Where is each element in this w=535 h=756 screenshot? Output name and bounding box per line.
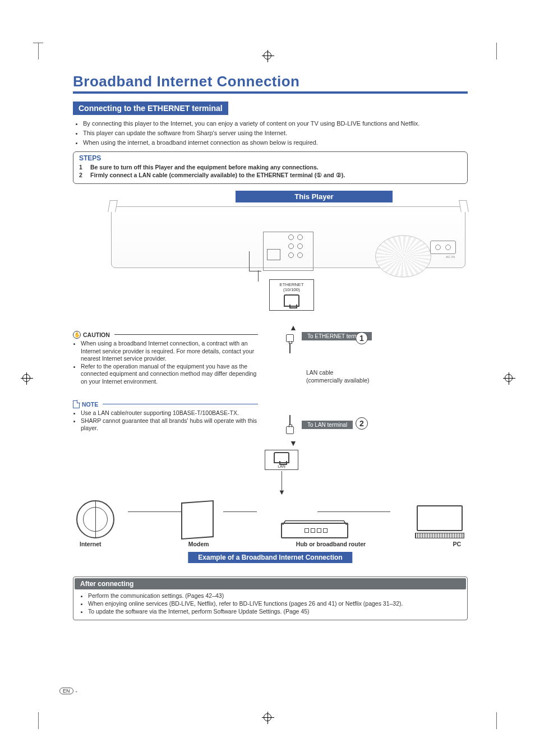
ac-inlet-icon	[430, 241, 456, 254]
modem-label: Modem	[188, 541, 209, 547]
modem-icon	[181, 500, 214, 540]
internet-node	[76, 500, 114, 538]
intro-item: This player can update the software from…	[83, 129, 468, 137]
heading-rule	[114, 334, 258, 335]
step-number: 1	[79, 163, 85, 171]
note-heading: NOTE	[73, 400, 258, 408]
arrow-down-icon: ▼	[289, 439, 297, 448]
note-item: Use a LAN cable/router supporting 10BASE…	[81, 409, 258, 417]
router-node	[281, 523, 348, 538]
to-lan-label: To LAN terminal	[302, 421, 353, 429]
lan-port-icon	[274, 452, 289, 463]
router-icon	[281, 523, 348, 538]
connector-line	[282, 471, 282, 490]
step-circle-1: 1	[356, 332, 368, 344]
caution-block: ✋ CAUTION When using a broadband Interne…	[73, 331, 258, 386]
page-title: Broadband Internet Connection	[73, 73, 468, 90]
lan-plug-bottom-icon	[283, 415, 297, 434]
this-player-label: This Player	[236, 191, 393, 202]
lan-cable-text: LAN cable	[306, 369, 370, 377]
ethernet-callout-label1: ETHERNET	[273, 282, 310, 287]
crop-mark	[480, 43, 497, 59]
ethernet-callout: ETHERNET (10/100)	[269, 279, 314, 311]
footer-dash: -	[76, 688, 77, 694]
caution-heading: ✋ CAUTION	[73, 331, 258, 339]
callout-line	[249, 251, 261, 271]
modem-node	[181, 501, 214, 538]
steps-title: STEPS	[79, 154, 462, 162]
note-title: NOTE	[82, 401, 98, 408]
steps-list: 1 Be sure to turn off this Player and th…	[79, 163, 462, 179]
caution-title: CAUTION	[83, 331, 110, 338]
lang-badge: EN	[59, 688, 73, 694]
step-number: 2	[79, 171, 85, 179]
network-labels: Internet Modem Hub or broadband router P…	[73, 541, 468, 547]
example-label: Example of a Broadband Internet Connecti…	[188, 552, 352, 563]
after-item: To update the software via the Internet,…	[88, 607, 459, 615]
registration-mark-icon	[22, 374, 30, 382]
arrow-up-icon: ▲	[289, 323, 297, 332]
ethernet-callout-label2: (10/100)	[273, 287, 310, 292]
note-icon	[73, 400, 80, 408]
after-item: When enjoying online services (BD-LIVE, …	[88, 600, 459, 607]
content-area: Broadband Internet Connection Connecting…	[73, 73, 468, 620]
note-list: Use a LAN cable/router supporting 10BASE…	[73, 409, 258, 432]
ethernet-port-tiny	[267, 249, 280, 260]
internet-label: Internet	[80, 541, 102, 547]
router-label: Hub or broadband router	[296, 541, 366, 547]
ethernet-port-icon	[284, 294, 299, 307]
step-text: Be sure to turn off this Player and the …	[90, 163, 319, 171]
registration-mark-icon	[264, 52, 271, 59]
rear-port-block	[263, 232, 313, 271]
caution-item: Refer to the operation manual of the equ…	[81, 363, 258, 386]
lan-port-label: LAN	[268, 464, 296, 468]
page-sheet: Broadband Internet Connection Connecting…	[0, 0, 535, 756]
network-row	[73, 492, 468, 538]
step-row: 1 Be sure to turn off this Player and th…	[79, 163, 462, 171]
caution-list: When using a broadband Internet connecti…	[73, 340, 258, 386]
step-circle-2: 2	[356, 417, 368, 430]
note-block: NOTE Use a LAN cable/router supporting 1…	[73, 400, 258, 432]
ac-label: AC IN	[446, 255, 455, 259]
lan-plug-top-icon	[283, 334, 297, 353]
after-connecting-box: After connecting Perform the communicati…	[73, 577, 468, 621]
registration-mark-icon	[264, 713, 271, 721]
player-rear-panel: AC IN	[111, 206, 465, 268]
after-item: Perform the communication settings. (Pag…	[88, 592, 459, 600]
note-item: SHARP cannot guarantee that all brands' …	[81, 417, 258, 432]
caution-icon: ✋	[73, 331, 81, 339]
crop-mark	[38, 712, 55, 729]
lan-cable-subtext: (commercially available)	[306, 377, 370, 385]
registration-mark-icon	[505, 374, 513, 382]
after-list: Perform the communication settings. (Pag…	[73, 592, 467, 617]
lan-cable-note: LAN cable (commercially available)	[306, 369, 370, 384]
section-heading: Connecting to the ETHERNET terminal	[73, 102, 228, 115]
intro-item: By connecting this player to the Interne…	[83, 119, 468, 128]
router-lan-port: LAN	[265, 450, 298, 470]
globe-icon	[76, 500, 114, 538]
caution-item: When using a broadband Internet connecti…	[81, 340, 258, 363]
intro-item: When using the internet, a broadband int…	[83, 139, 468, 147]
fan-vent-icon	[375, 235, 431, 277]
pc-node	[415, 505, 464, 538]
crop-mark	[38, 43, 55, 59]
callout-line	[258, 270, 259, 282]
step-row: 2 Firmly connect a LAN cable (commercial…	[79, 171, 462, 179]
title-rule	[73, 91, 468, 94]
after-heading: After connecting	[75, 578, 466, 589]
connection-diagram: This Player AC IN ETHERNET (10/100) ▲	[73, 191, 468, 572]
heading-rule	[103, 404, 258, 404]
page-footer: EN -	[59, 688, 77, 694]
pc-icon	[415, 505, 464, 538]
pc-label: PC	[453, 541, 461, 547]
step-text: Firmly connect a LAN cable (commercially…	[90, 171, 345, 179]
crop-mark	[480, 712, 497, 729]
steps-box: STEPS 1 Be sure to turn off this Player …	[73, 151, 468, 184]
intro-list: By connecting this player to the Interne…	[73, 119, 468, 147]
